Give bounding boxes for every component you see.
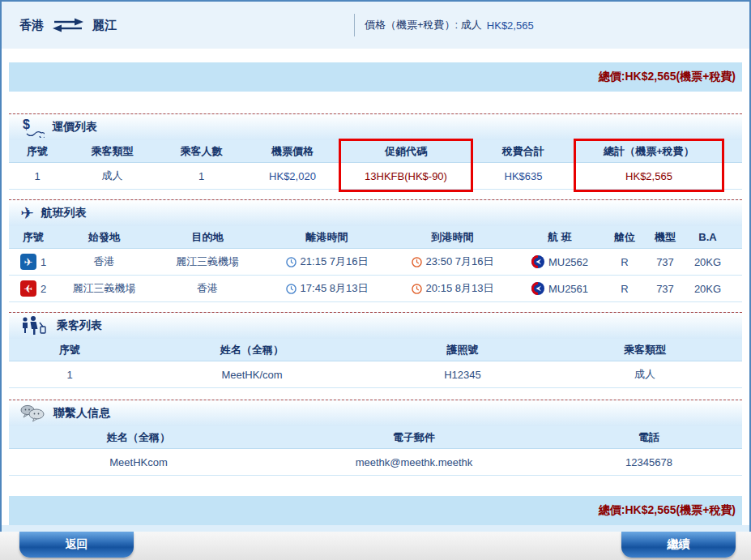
flight-table: 序號 始發地 目的地 離港時間 到港時間 航 班 艙位 機型 B.A ✈ 1 香… — [9, 226, 742, 302]
flight-arrival: 20:15 8月13日 — [390, 281, 515, 296]
flight-row-outbound: ✈ 1 香港 麗江三義機場 21:15 7月16日 — [9, 249, 742, 276]
col-tax-total: 稅費合計 — [471, 144, 576, 159]
button-area: 返回 繼續 — [0, 532, 751, 560]
flight-destination: 香港 — [151, 281, 264, 296]
contact-table-row: MeetHKcom meethk@meethk.meethk 12345678 — [9, 449, 742, 476]
passenger-type: 成人 — [552, 367, 738, 382]
col-promo-code: 促銷代碼 — [341, 144, 471, 159]
fare-dollar-icon: $ — [20, 117, 45, 138]
col-cabin: 艙位 — [604, 230, 645, 245]
col-contact-name: 姓名（全稱） — [9, 430, 268, 445]
col-seq: 序號 — [9, 343, 130, 357]
fare-ticket-price: HK$2,020 — [244, 170, 341, 182]
fare-table-header: 序號 乘客類型 乘客人數 機票價格 促銷代碼 稅費合計 總計（機票+稅費） — [9, 140, 742, 163]
bottom-total-text: 總價:HK$2,565(機票+稅費) — [599, 503, 736, 518]
fare-table: 序號 乘客類型 乘客人數 機票價格 促銷代碼 稅費合計 總計（機票+稅費） 1 … — [9, 140, 742, 190]
price-label: 價格（機票+稅費）: 成人 — [365, 18, 482, 32]
fare-grand-total: HK$2,565 — [576, 170, 722, 182]
fare-section-header: $ 運價列表 — [9, 113, 742, 140]
contact-section-header: 聯繫人信息 — [9, 400, 742, 426]
flight-aircraft: 737 — [645, 256, 685, 268]
col-baggage: B.A — [685, 231, 730, 243]
col-destination: 目的地 — [151, 230, 264, 245]
bottom-total-bar: 總價:HK$2,565(機票+稅費) — [9, 496, 742, 525]
svg-text:$: $ — [23, 118, 30, 131]
continue-button[interactable]: 繼續 — [621, 532, 736, 558]
airline-logo-icon — [531, 255, 544, 268]
contact-section-title: 聯繫人信息 — [53, 406, 110, 421]
col-flight-no: 航 班 — [515, 230, 604, 245]
departure-clock-icon — [286, 257, 297, 267]
flight-number-cell: MU2562 — [515, 255, 604, 268]
arrival-clock-icon — [412, 284, 422, 294]
contact-table-header: 姓名（全稱） 電子郵件 電話 — [9, 426, 742, 449]
col-passenger-type: 乘客類型 — [66, 144, 159, 159]
col-passenger-count: 乘客人數 — [159, 144, 244, 159]
passengers-icon — [20, 316, 49, 336]
fare-seq: 1 — [9, 170, 66, 182]
col-ticket-price: 機票價格 — [244, 144, 341, 159]
fare-section-title: 運價列表 — [52, 120, 97, 135]
col-seq: 序號 — [9, 144, 66, 159]
flight-seq: ✈ 2 — [9, 280, 58, 297]
passenger-table-row: 1 MeetHK/com H12345 成人 — [9, 361, 742, 388]
contact-phone: 12345678 — [560, 456, 738, 468]
spacer — [9, 388, 742, 400]
flight-baggage: 20KG — [685, 283, 730, 295]
col-aircraft: 機型 — [645, 230, 685, 245]
contact-email: meethk@meethk.meethk — [268, 456, 560, 468]
flight-cabin: R — [604, 283, 645, 295]
flight-cabin: R — [604, 256, 645, 268]
flight-seq-num: 1 — [41, 256, 46, 268]
flight-number: MU2561 — [548, 283, 588, 295]
flight-number: MU2562 — [548, 256, 588, 268]
flight-seq-num: 2 — [41, 283, 46, 295]
header-divider — [354, 14, 355, 36]
col-full-name: 姓名（全稱） — [130, 343, 373, 357]
content: 總價:HK$2,565(機票+稅費) $ 運價列表 序號 乘客類型 乘客人數 — [2, 62, 749, 525]
fare-table-row: 1 成人 1 HK$2,020 13HKFB(HK$-90) HK$635 HK… — [9, 163, 742, 190]
spacer — [9, 92, 742, 113]
spacer — [9, 476, 742, 485]
fare-tax-total: HK$635 — [471, 170, 576, 182]
back-button[interactable]: 返回 — [19, 532, 134, 558]
round-trip-arrows-icon — [52, 18, 84, 32]
top-total-bar: 總價:HK$2,565(機票+稅費) — [9, 62, 742, 92]
flight-number-cell: MU2561 — [515, 282, 604, 295]
departure-time: 21:15 7月16日 — [301, 254, 369, 269]
flight-table-header: 序號 始發地 目的地 離港時間 到港時間 航 班 艙位 機型 B.A — [9, 226, 742, 249]
airline-logo-icon — [531, 282, 544, 295]
passenger-name: MeetHK/com — [130, 369, 373, 381]
contact-bubbles-icon — [20, 404, 46, 422]
spacer — [9, 302, 742, 312]
flight-destination: 麗江三義機場 — [151, 254, 264, 269]
contact-table: 姓名（全稱） 電子郵件 電話 MeetHKcom meethk@meethk.m… — [9, 426, 742, 476]
passenger-passport: H12345 — [373, 369, 552, 381]
passenger-section-header: 乘客列表 — [9, 312, 742, 339]
flight-baggage: 20KG — [685, 256, 730, 268]
arrival-time: 20:15 8月13日 — [426, 281, 494, 296]
outbound-plane-icon: ✈ — [20, 254, 36, 270]
top-total-text: 總價:HK$2,565(機票+稅費) — [599, 70, 736, 84]
flight-departure: 21:15 7月16日 — [264, 254, 390, 269]
col-departure-time: 離港時間 — [264, 230, 390, 245]
flight-section-title: 航班列表 — [41, 206, 87, 220]
spacer — [9, 190, 742, 199]
departure-time: 17:45 8月13日 — [301, 281, 369, 296]
passenger-seq: 1 — [9, 369, 130, 381]
arrival-time: 23:50 7月16日 — [426, 254, 494, 269]
destination-city: 麗江 — [92, 18, 117, 33]
fare-promo-code: 13HKFB(HK$-90) — [341, 170, 471, 182]
flight-origin: 麗江三義機場 — [58, 281, 151, 296]
flight-seq: ✈ 1 — [9, 254, 58, 270]
contact-name: MeetHKcom — [9, 456, 268, 468]
flight-row-return: ✈ 2 麗江三義機場 香港 17:45 8月13日 — [9, 276, 742, 302]
booking-summary-page: 香港 麗江 價格（機票+稅費）: 成人 HK$2,565 — [0, 0, 751, 560]
fare-passenger-type: 成人 — [66, 169, 159, 183]
route: 香港 麗江 — [2, 18, 117, 33]
passenger-table: 序號 姓名（全稱） 護照號 乘客類型 1 MeetHK/com H12345 成… — [9, 339, 742, 388]
col-seq: 序號 — [9, 230, 58, 245]
col-grand-total: 總計（機票+稅費） — [576, 144, 722, 159]
col-passport: 護照號 — [373, 343, 552, 357]
col-email: 電子郵件 — [268, 430, 560, 445]
